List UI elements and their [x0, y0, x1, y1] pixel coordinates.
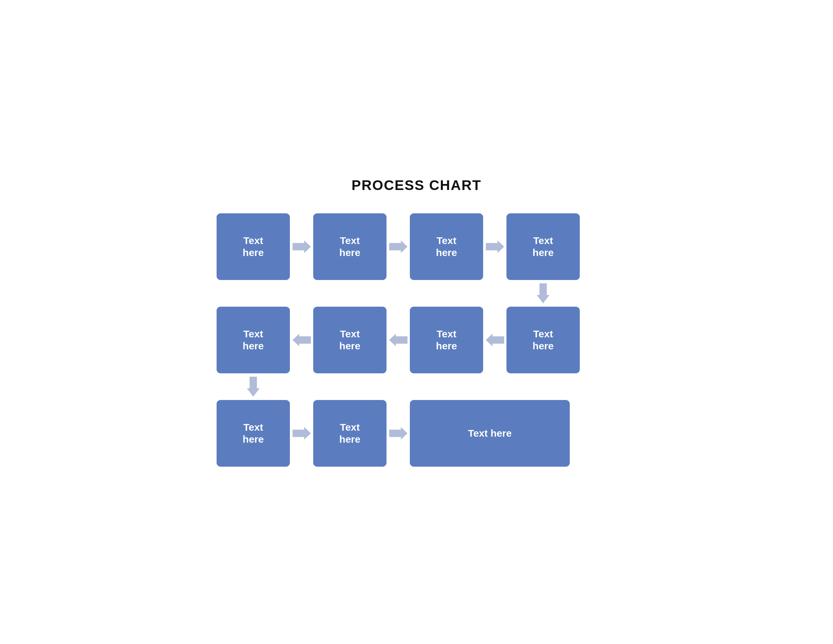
box3-label: Text here: [436, 235, 457, 259]
process-box-10[interactable]: Text here: [313, 400, 386, 467]
process-row-1: Text here Text here Text here: [217, 213, 580, 280]
chart-title: PROCESS CHART: [217, 177, 616, 193]
svg-marker-4: [293, 334, 311, 346]
arrow-left-1: [290, 334, 313, 346]
arrow-right-4: [290, 427, 313, 440]
arrow-right-icon-3: [486, 240, 504, 253]
box1-label: Text here: [243, 235, 264, 259]
arrow-down-icon-2: [247, 377, 260, 397]
process-box-11[interactable]: Text here: [410, 400, 570, 467]
box10-label: Text here: [339, 421, 360, 445]
process-row-3: Text here Text here Text here: [217, 400, 616, 467]
spacer-1: [217, 280, 507, 307]
process-box-3[interactable]: Text here: [410, 213, 483, 280]
svg-marker-5: [389, 334, 407, 346]
box4-label: Text here: [532, 235, 553, 259]
process-box-4[interactable]: Text here: [507, 213, 580, 280]
process-box-7[interactable]: Text here: [410, 307, 483, 374]
svg-marker-2: [486, 240, 504, 253]
arrow-left-3: [483, 334, 507, 346]
arrow-right-icon-4: [293, 427, 311, 440]
connector-row-1: [217, 280, 580, 307]
chart-body: Text here Text here Text here: [217, 213, 616, 467]
svg-marker-9: [389, 427, 407, 440]
svg-marker-0: [293, 240, 311, 253]
process-box-5[interactable]: Text here: [217, 307, 290, 374]
process-box-8[interactable]: Text here: [507, 307, 580, 374]
arrow-left-2: [386, 334, 410, 346]
arrow-left-icon-1: [293, 334, 311, 346]
box9-label: Text here: [243, 421, 264, 445]
arrow-right-icon-2: [389, 240, 407, 253]
svg-marker-7: [247, 377, 260, 397]
arrow-right-5: [386, 427, 410, 440]
box5-label: Text here: [243, 328, 264, 352]
arrow-right-2: [386, 240, 410, 253]
arrow-left-icon-3: [486, 334, 504, 346]
svg-marker-3: [537, 283, 550, 303]
svg-marker-6: [486, 334, 504, 346]
arrow-right-icon-1: [293, 240, 311, 253]
arrow-right-3: [483, 240, 507, 253]
box7-label: Text here: [436, 328, 457, 352]
box6-label: Text here: [339, 328, 360, 352]
box8-label: Text here: [532, 328, 553, 352]
svg-marker-8: [293, 427, 311, 440]
process-row-2: Text here Text here Text here: [217, 307, 580, 374]
svg-marker-1: [389, 240, 407, 253]
arrow-down-1: [507, 280, 580, 307]
process-box-1[interactable]: Text here: [217, 213, 290, 280]
box2-label: Text here: [339, 235, 360, 259]
arrow-down-icon-1: [537, 283, 550, 303]
page-container: PROCESS CHART Text here Text here: [217, 177, 616, 467]
process-box-9[interactable]: Text here: [217, 400, 290, 467]
arrow-right-1: [290, 240, 313, 253]
process-box-6[interactable]: Text here: [313, 307, 386, 374]
arrow-right-icon-5: [389, 427, 407, 440]
spacer-2: [290, 374, 580, 400]
arrow-down-2: [217, 374, 290, 400]
connector-row-2: [217, 374, 580, 400]
arrow-left-icon-2: [389, 334, 407, 346]
box11-label: Text here: [468, 427, 511, 440]
process-box-2[interactable]: Text here: [313, 213, 386, 280]
